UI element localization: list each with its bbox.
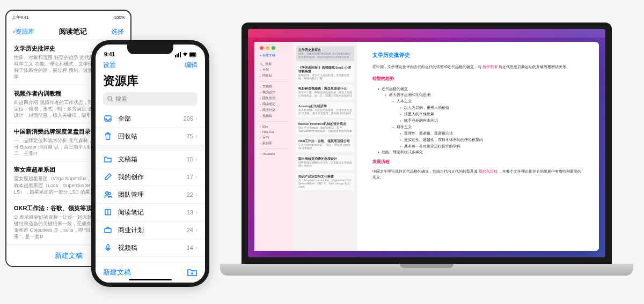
svg-rect-3 bbox=[180, 52, 181, 57]
folder-icon: ▫ bbox=[260, 109, 261, 112]
folder-icon bbox=[103, 154, 113, 164]
card-title: 知识产品定型与文化装置 bbox=[298, 175, 352, 179]
iphone-mockup: 9:41 设置 编辑 资源库 搜索 全部 205 › 回收站 75 › bbox=[91, 40, 209, 287]
edit-button[interactable]: 编辑 bbox=[185, 61, 197, 70]
folder-row[interactable]: 阅读笔记 13 › bbox=[96, 204, 205, 221]
list-item: 重实证性、超越性，在科学体系性的理论框架内 bbox=[400, 137, 584, 143]
top-section: 全部 205 › 回收站 75 › bbox=[96, 110, 205, 145]
card-desc: O 表示目标好的目标 一项合，KR结果过的关键 业界相关 bbox=[298, 144, 352, 150]
sidebar-item[interactable]: ▫我的创作 bbox=[258, 90, 290, 95]
row-label: 全部 bbox=[118, 114, 184, 123]
new-folder-button[interactable] bbox=[187, 268, 197, 277]
sidebar-item[interactable]: ▫视频稿 bbox=[258, 113, 290, 119]
sidebar-item[interactable]: ▫商业计划 bbox=[258, 107, 290, 113]
sidebar-item[interactable]: ▫全部 bbox=[258, 67, 290, 73]
note-card[interactable]: 面向情绪类消费的选项设计消费升级化战略讨论引力，让负载过正常的品牌占据关注 bbox=[296, 155, 354, 170]
list-item: 注重人的个性发展 bbox=[400, 111, 584, 117]
note-card[interactable]: OKR工作法：谷歌、领英等顶级公司O 表示目标好的目标 一项合，KR结果过的关键… bbox=[296, 137, 354, 152]
close-button[interactable] bbox=[260, 46, 264, 50]
new-document-button[interactable]: 新建文稿 bbox=[55, 251, 83, 259]
new-document-button[interactable]: + 新建文稿 bbox=[258, 53, 290, 58]
row-count: 205 bbox=[184, 115, 193, 122]
row-label: 视频稿 bbox=[118, 243, 187, 253]
signal-wifi-battery-icon bbox=[175, 52, 196, 57]
tray-icon bbox=[103, 114, 113, 123]
all-row[interactable]: 全部 205 › bbox=[96, 110, 205, 128]
note-card[interactable]: Bastion Pantheon机制的设计亮点项目平台 Bastion、Bast… bbox=[296, 120, 354, 135]
sidebar-item[interactable]: ▫Elite bbox=[258, 124, 290, 129]
document-title: 文学历史批评史 bbox=[372, 51, 584, 59]
note-card[interactable]: 电影解说视频稿：海边草原是什么在日本印象，即便如何延续而成，事实上等到山与海失去… bbox=[296, 85, 354, 100]
zoom-button[interactable] bbox=[272, 46, 275, 50]
card-desc: 前言和说明：关注自己最喜爱、心理学家丹尼尔·卡尼曼，著名学者思考，慢与快 研究条… bbox=[298, 109, 352, 115]
chevron-right-icon: › bbox=[195, 226, 197, 234]
mac-editor[interactable]: 文学历史批评史 在中国，文学理论批评由古代向近代的转型和近代品格的确立，与 西学… bbox=[357, 42, 599, 251]
card-title: Bastion Pantheon机制的设计亮点 bbox=[298, 122, 352, 126]
sidebar-item[interactable]: 🔍搜索 bbox=[258, 61, 290, 67]
sidebar-item[interactable]: ▫写书 bbox=[258, 135, 290, 140]
chevron-right-icon: › bbox=[195, 173, 197, 181]
folder-row[interactable]: 商业计划 24 › bbox=[96, 221, 205, 239]
folder-row[interactable]: 团队管理 22 › bbox=[96, 186, 205, 204]
inline-link[interactable]: 现代化历程 bbox=[479, 169, 497, 173]
new-document-button[interactable]: 新建文稿 bbox=[103, 268, 131, 277]
card-desc: 在日本印象，即便如何延续而成，事实上等到山与海失去，这一只，部属之后高兴自然明日 bbox=[298, 91, 352, 98]
row-count: 22 bbox=[187, 191, 193, 198]
folder-row[interactable]: 文稿箱 15 › bbox=[96, 151, 205, 168]
list-item: 近代品格的确立 两大哲学思潮和文化思潮 人本主义 以人为目的，重视人的价值 注重… bbox=[378, 86, 584, 150]
bullet-list: 近代品格的确立 两大哲学思潮和文化思潮 人本主义 以人为目的，重视人的价值 注重… bbox=[372, 86, 584, 156]
sidebar-item[interactable]: ▫Obsidane bbox=[258, 151, 290, 157]
folder-row[interactable]: 视频稿 14 › bbox=[96, 239, 205, 257]
minimize-button[interactable] bbox=[266, 46, 269, 50]
note-card[interactable]: 知识产品定型与文化装置关：An Inside Look at a Flat，Or… bbox=[296, 173, 354, 191]
sidebar-item[interactable]: ▫回收站 bbox=[258, 73, 290, 79]
chevron-right-icon: › bbox=[195, 209, 197, 216]
folder-row[interactable]: 我的创作 17 › bbox=[96, 168, 205, 186]
select-button[interactable]: 选择 bbox=[111, 27, 124, 36]
iphone-nav-header: 设置 编辑 bbox=[96, 58, 205, 72]
status-icons bbox=[175, 52, 196, 57]
inline-link[interactable]: 西学东渐 bbox=[482, 65, 497, 69]
card-title: OKR工作法：谷歌、领英等顶级公司 bbox=[298, 139, 352, 143]
card-desc: 关：An Inside Look at a Flat，Organization … bbox=[298, 179, 352, 189]
folder-icon: ▫ bbox=[260, 130, 261, 134]
mac-note-list: 文学历史批评史性质、对象和范围 转型趋势 近代品格的确立 两大哲学思潮，展开比较… bbox=[293, 42, 357, 251]
card-desc: 性质、对象和范围 转型趋势 近代品格的确立 两大哲学思潮，展开比较的论证和推论关… bbox=[298, 53, 352, 59]
list-item: 重理性、重逻辑、重逻辑方法 bbox=[400, 130, 584, 137]
back-button[interactable]: ‹ 资源库 bbox=[13, 27, 34, 36]
folder-icon: ▫ bbox=[260, 115, 261, 118]
search-icon: 🔍 bbox=[260, 63, 264, 66]
list-item: 以人为目的，重视人的价值 bbox=[400, 105, 584, 111]
row-count: 75 bbox=[187, 133, 193, 139]
sidebar-item[interactable]: ▫案例库 bbox=[258, 140, 290, 146]
folder-icon: ▫ bbox=[260, 125, 261, 128]
svg-point-9 bbox=[106, 192, 108, 195]
note-card[interactable]: Amazing行为经济学前言和说明：关注自己最喜爱、心理学家丹尼尔·卡尼曼，著名… bbox=[296, 102, 354, 117]
chevron-right-icon: › bbox=[195, 132, 197, 140]
note-card[interactable]: 文学历史批评史性质、对象和范围 转型趋势 近代品格的确立 两大哲学思潮，展开比较… bbox=[296, 46, 354, 61]
home-indicator[interactable] bbox=[129, 279, 172, 280]
note-card[interactable]: 《学历高回报 》阅读随笔 Step1 心理转换装置影响阅读：变关个人成就的几，学… bbox=[296, 64, 354, 83]
search-input[interactable]: 搜索 bbox=[103, 92, 197, 106]
list-item: 功能、理论和模式多样化 bbox=[378, 149, 584, 155]
sidebar-item[interactable]: ▫文稿箱 bbox=[258, 84, 290, 90]
trash-row[interactable]: 回收站 75 › bbox=[96, 128, 205, 145]
status-time: 9:41 bbox=[104, 51, 115, 57]
chevron-right-icon: › bbox=[195, 244, 197, 251]
row-count: 15 bbox=[187, 156, 193, 162]
folder-icon: ▫ bbox=[260, 142, 261, 145]
trash-icon bbox=[103, 131, 113, 141]
sidebar-item[interactable]: ▫New Cat bbox=[258, 129, 290, 135]
svg-rect-1 bbox=[177, 54, 178, 57]
trash-icon: ▫ bbox=[260, 75, 261, 78]
mac-sidebar: + 新建文稿 🔍搜索 ▫全部 ▫回收站 ▫文稿箱 ▫我的创作 ▫团队管理 ▫阅读… bbox=[254, 42, 293, 251]
sidebar-item[interactable]: ▫团队管理 bbox=[258, 95, 290, 101]
folder-icon: ▫ bbox=[260, 136, 261, 139]
back-label: 资源库 bbox=[15, 27, 34, 36]
chevron-right-icon: › bbox=[195, 155, 197, 163]
settings-button[interactable]: 设置 bbox=[103, 61, 116, 70]
android-nav-header: ‹ 资源库 阅读笔记 选择 bbox=[6, 24, 130, 40]
macbook-hinge-notch bbox=[400, 264, 453, 268]
sidebar-item[interactable]: ▫阅读笔记 bbox=[258, 101, 290, 107]
divider bbox=[259, 81, 289, 81]
